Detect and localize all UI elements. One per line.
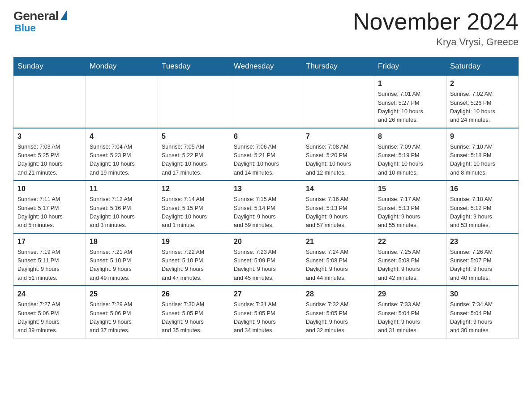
calendar-cell: 26Sunrise: 7:30 AMSunset: 5:05 PMDayligh…: [158, 286, 230, 338]
day-info: Sunrise: 7:08 AMSunset: 5:20 PMDaylight:…: [306, 143, 370, 178]
calendar-cell: 8Sunrise: 7:09 AMSunset: 5:19 PMDaylight…: [374, 128, 446, 181]
calendar-cell: 6Sunrise: 7:06 AMSunset: 5:21 PMDaylight…: [230, 128, 302, 181]
day-number: 10: [17, 184, 82, 194]
day-number: 30: [450, 289, 515, 300]
day-number: 4: [90, 131, 154, 142]
calendar-day-header: Saturday: [446, 57, 519, 76]
calendar-cell: [230, 76, 302, 128]
day-info: Sunrise: 7:19 AMSunset: 5:11 PMDaylight:…: [17, 248, 82, 283]
calendar-cell: 21Sunrise: 7:24 AMSunset: 5:08 PMDayligh…: [302, 233, 374, 286]
calendar-cell: 10Sunrise: 7:11 AMSunset: 5:17 PMDayligh…: [14, 180, 86, 233]
day-number: 29: [378, 289, 442, 300]
calendar-cell: 25Sunrise: 7:29 AMSunset: 5:06 PMDayligh…: [86, 286, 158, 338]
day-info: Sunrise: 7:14 AMSunset: 5:15 PMDaylight:…: [162, 195, 226, 230]
day-number: 15: [378, 184, 442, 194]
calendar-cell: 7Sunrise: 7:08 AMSunset: 5:20 PMDaylight…: [302, 128, 374, 181]
logo-triangle-icon: [60, 10, 67, 20]
day-number: 8: [378, 131, 442, 142]
location-subtitle: Krya Vrysi, Greece: [353, 36, 519, 48]
day-number: 23: [450, 236, 515, 247]
calendar-week-row: 10Sunrise: 7:11 AMSunset: 5:17 PMDayligh…: [14, 180, 519, 233]
day-number: 27: [234, 289, 298, 300]
calendar-cell: 1Sunrise: 7:01 AMSunset: 5:27 PMDaylight…: [374, 76, 446, 128]
calendar-cell: [158, 76, 230, 128]
day-number: 3: [17, 131, 82, 142]
day-info: Sunrise: 7:33 AMSunset: 5:04 PMDaylight:…: [378, 300, 442, 335]
calendar-cell: 11Sunrise: 7:12 AMSunset: 5:16 PMDayligh…: [86, 180, 158, 233]
day-number: 7: [306, 131, 370, 142]
day-number: 1: [378, 78, 442, 89]
calendar-cell: 2Sunrise: 7:02 AMSunset: 5:26 PMDaylight…: [446, 76, 519, 128]
calendar-cell: 12Sunrise: 7:14 AMSunset: 5:15 PMDayligh…: [158, 180, 230, 233]
calendar-cell: 4Sunrise: 7:04 AMSunset: 5:23 PMDaylight…: [86, 128, 158, 181]
day-info: Sunrise: 7:32 AMSunset: 5:05 PMDaylight:…: [306, 300, 370, 335]
day-number: 18: [90, 236, 154, 247]
day-number: 13: [234, 184, 298, 194]
calendar-cell: 18Sunrise: 7:21 AMSunset: 5:10 PMDayligh…: [86, 233, 158, 286]
day-info: Sunrise: 7:18 AMSunset: 5:12 PMDaylight:…: [450, 195, 515, 230]
day-number: 24: [17, 289, 82, 300]
calendar-table: SundayMondayTuesdayWednesdayThursdayFrid…: [13, 57, 519, 338]
day-info: Sunrise: 7:16 AMSunset: 5:13 PMDaylight:…: [306, 195, 370, 230]
calendar-cell: 15Sunrise: 7:17 AMSunset: 5:13 PMDayligh…: [374, 180, 446, 233]
day-info: Sunrise: 7:04 AMSunset: 5:23 PMDaylight:…: [90, 143, 154, 178]
day-info: Sunrise: 7:29 AMSunset: 5:06 PMDaylight:…: [90, 300, 154, 335]
day-number: 19: [162, 236, 226, 247]
calendar-cell: 16Sunrise: 7:18 AMSunset: 5:12 PMDayligh…: [446, 180, 519, 233]
calendar-week-row: 1Sunrise: 7:01 AMSunset: 5:27 PMDaylight…: [14, 76, 519, 128]
calendar-cell: [86, 76, 158, 128]
day-number: 20: [234, 236, 298, 247]
day-info: Sunrise: 7:02 AMSunset: 5:26 PMDaylight:…: [450, 90, 515, 125]
calendar-cell: 9Sunrise: 7:10 AMSunset: 5:18 PMDaylight…: [446, 128, 519, 181]
calendar-cell: 28Sunrise: 7:32 AMSunset: 5:05 PMDayligh…: [302, 286, 374, 338]
day-info: Sunrise: 7:24 AMSunset: 5:08 PMDaylight:…: [306, 248, 370, 283]
calendar-cell: [14, 76, 86, 128]
calendar-week-row: 24Sunrise: 7:27 AMSunset: 5:06 PMDayligh…: [14, 286, 519, 338]
day-number: 9: [450, 131, 515, 142]
day-info: Sunrise: 7:10 AMSunset: 5:18 PMDaylight:…: [450, 143, 515, 178]
day-info: Sunrise: 7:23 AMSunset: 5:09 PMDaylight:…: [234, 248, 298, 283]
day-info: Sunrise: 7:17 AMSunset: 5:13 PMDaylight:…: [378, 195, 442, 230]
calendar-day-header: Friday: [374, 57, 446, 76]
calendar-cell: 5Sunrise: 7:05 AMSunset: 5:22 PMDaylight…: [158, 128, 230, 181]
day-number: 26: [162, 289, 226, 300]
day-number: 17: [17, 236, 82, 247]
calendar-cell: 22Sunrise: 7:25 AMSunset: 5:08 PMDayligh…: [374, 233, 446, 286]
day-number: 22: [378, 236, 442, 247]
day-number: 6: [234, 131, 298, 142]
logo-general-text: General: [13, 9, 59, 23]
day-info: Sunrise: 7:12 AMSunset: 5:16 PMDaylight:…: [90, 195, 154, 230]
calendar-week-row: 17Sunrise: 7:19 AMSunset: 5:11 PMDayligh…: [14, 233, 519, 286]
day-info: Sunrise: 7:06 AMSunset: 5:21 PMDaylight:…: [234, 143, 298, 178]
calendar-cell: 3Sunrise: 7:03 AMSunset: 5:25 PMDaylight…: [14, 128, 86, 181]
calendar-cell: 30Sunrise: 7:34 AMSunset: 5:04 PMDayligh…: [446, 286, 519, 338]
calendar-day-header: Tuesday: [158, 57, 230, 76]
logo: General Blue: [13, 9, 67, 34]
day-number: 5: [162, 131, 226, 142]
calendar-header-row: SundayMondayTuesdayWednesdayThursdayFrid…: [14, 57, 519, 76]
calendar-cell: 17Sunrise: 7:19 AMSunset: 5:11 PMDayligh…: [14, 233, 86, 286]
day-info: Sunrise: 7:26 AMSunset: 5:07 PMDaylight:…: [450, 248, 515, 283]
calendar-cell: 29Sunrise: 7:33 AMSunset: 5:04 PMDayligh…: [374, 286, 446, 338]
calendar-cell: 27Sunrise: 7:31 AMSunset: 5:05 PMDayligh…: [230, 286, 302, 338]
day-number: 12: [162, 184, 226, 194]
calendar-cell: 14Sunrise: 7:16 AMSunset: 5:13 PMDayligh…: [302, 180, 374, 233]
day-number: 14: [306, 184, 370, 194]
day-number: 2: [450, 78, 515, 89]
calendar-day-header: Wednesday: [230, 57, 302, 76]
main-title: November 2024: [353, 9, 519, 34]
day-number: 28: [306, 289, 370, 300]
calendar-week-row: 3Sunrise: 7:03 AMSunset: 5:25 PMDaylight…: [14, 128, 519, 181]
logo-blue-text: Blue: [14, 22, 36, 34]
day-number: 11: [90, 184, 154, 194]
day-info: Sunrise: 7:09 AMSunset: 5:19 PMDaylight:…: [378, 143, 442, 178]
day-info: Sunrise: 7:05 AMSunset: 5:22 PMDaylight:…: [162, 143, 226, 178]
calendar-cell: 20Sunrise: 7:23 AMSunset: 5:09 PMDayligh…: [230, 233, 302, 286]
day-number: 21: [306, 236, 370, 247]
page-header: General Blue November 2024 Krya Vrysi, G…: [13, 9, 519, 48]
day-info: Sunrise: 7:22 AMSunset: 5:10 PMDaylight:…: [162, 248, 226, 283]
day-info: Sunrise: 7:01 AMSunset: 5:27 PMDaylight:…: [378, 90, 442, 125]
calendar-cell: 19Sunrise: 7:22 AMSunset: 5:10 PMDayligh…: [158, 233, 230, 286]
day-number: 25: [90, 289, 154, 300]
calendar-cell: [302, 76, 374, 128]
